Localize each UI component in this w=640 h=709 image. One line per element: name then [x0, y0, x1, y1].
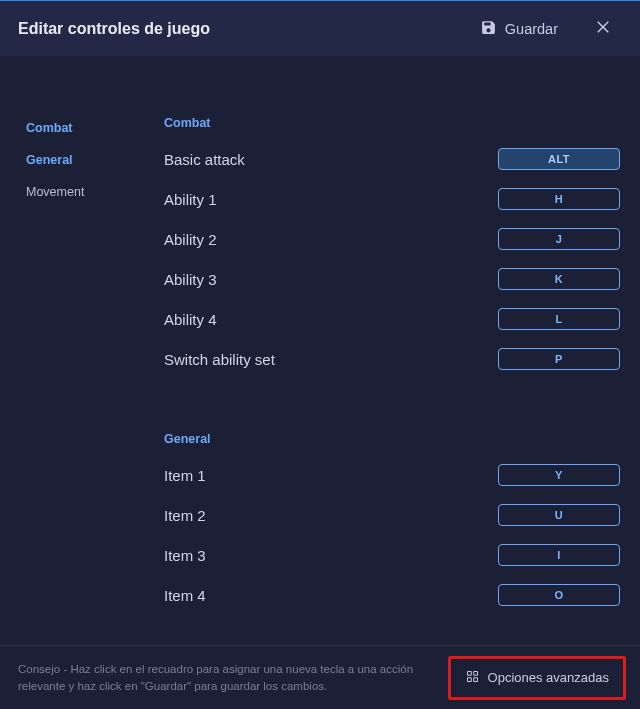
body: Combat General Movement Combat Basic att…: [0, 56, 640, 645]
control-label: Switch ability set: [164, 351, 275, 368]
control-label: Ability 1: [164, 191, 217, 208]
key-input[interactable]: J: [498, 228, 620, 250]
advanced-options-button[interactable]: Opciones avanzadas: [448, 656, 626, 700]
footer: Consejo - Haz click en el recuadro para …: [0, 645, 640, 709]
control-row: Switch ability set P: [160, 348, 620, 370]
sidebar-item-combat[interactable]: Combat: [0, 112, 128, 144]
key-input[interactable]: H: [498, 188, 620, 210]
save-button-label: Guardar: [505, 21, 558, 37]
control-row: Ability 1 H: [160, 188, 620, 210]
control-row: Ability 3 K: [160, 268, 620, 290]
control-label: Ability 2: [164, 231, 217, 248]
save-icon: [480, 19, 497, 39]
header: Editar controles de juego Guardar: [0, 0, 640, 56]
sidebar-item-movement[interactable]: Movement: [0, 176, 128, 208]
control-label: Item 2: [164, 507, 206, 524]
control-row: Basic attack ALT: [160, 148, 620, 170]
key-input[interactable]: I: [498, 544, 620, 566]
advanced-options-label: Opciones avanzadas: [488, 670, 609, 685]
footer-tip: Consejo - Haz click en el recuadro para …: [18, 661, 436, 694]
section-title-general: General: [164, 432, 620, 446]
control-label: Ability 4: [164, 311, 217, 328]
key-input[interactable]: O: [498, 584, 620, 606]
close-button[interactable]: [582, 8, 624, 50]
key-input[interactable]: P: [498, 348, 620, 370]
key-input[interactable]: ALT: [498, 148, 620, 170]
section-title-combat: Combat: [164, 116, 620, 130]
advanced-icon: [465, 669, 480, 687]
close-icon: [594, 18, 612, 40]
control-label: Item 1: [164, 467, 206, 484]
control-row: Item 4 O: [160, 584, 620, 606]
control-row: Item 3 I: [160, 544, 620, 566]
page-title: Editar controles de juego: [18, 20, 462, 38]
key-input[interactable]: L: [498, 308, 620, 330]
key-input[interactable]: K: [498, 268, 620, 290]
sidebar-item-general[interactable]: General: [0, 144, 128, 176]
save-button[interactable]: Guardar: [472, 13, 566, 45]
control-label: Item 4: [164, 587, 206, 604]
control-row: Ability 4 L: [160, 308, 620, 330]
control-row: Ability 2 J: [160, 228, 620, 250]
main-panel: Combat Basic attack ALT Ability 1 H Abil…: [128, 102, 640, 645]
control-label: Basic attack: [164, 151, 245, 168]
control-row: Item 2 U: [160, 504, 620, 526]
key-input[interactable]: Y: [498, 464, 620, 486]
control-label: Item 3: [164, 547, 206, 564]
control-row: Item 1 Y: [160, 464, 620, 486]
key-input[interactable]: U: [498, 504, 620, 526]
sidebar: Combat General Movement: [0, 102, 128, 645]
control-label: Ability 3: [164, 271, 217, 288]
